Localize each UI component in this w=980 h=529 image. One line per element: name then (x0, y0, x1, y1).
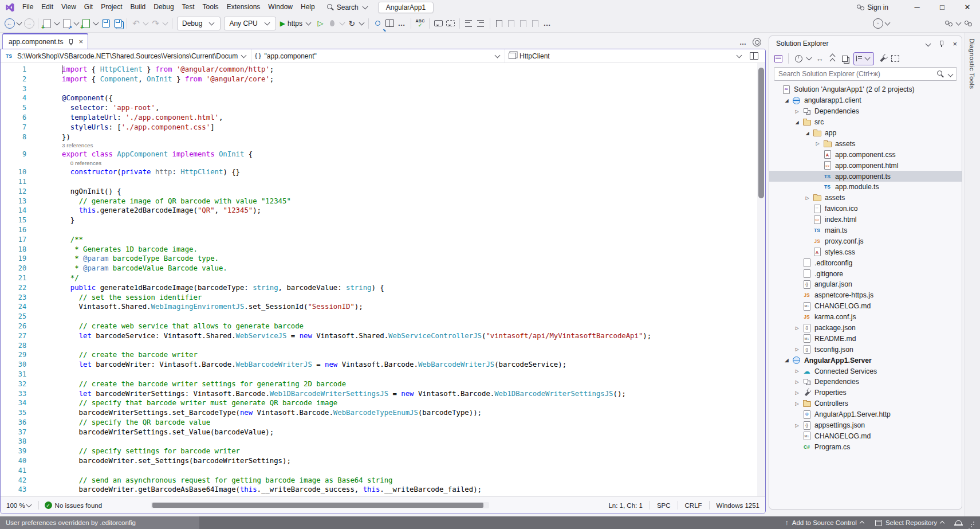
code-line-3[interactable]: 3 (1, 84, 765, 94)
redo-button[interactable]: ↷ (149, 17, 162, 30)
menu-item-test[interactable]: Test (178, 0, 199, 14)
menu-item-help[interactable]: Help (297, 0, 319, 14)
scrollbar-thumb[interactable] (152, 503, 483, 508)
menu-item-edit[interactable]: Edit (37, 0, 57, 14)
tree-item-controllers[interactable]: ▷Controllers (769, 398, 962, 409)
code-line-19[interactable]: 19 * @param barcodeType Barcode type. (1, 254, 765, 264)
code-line-37[interactable]: 37 barcodeWriterSettings.set_Value(barco… (1, 428, 765, 437)
code-line-36[interactable]: 36 // specify the QR barcode value (1, 418, 765, 428)
gear-icon[interactable] (753, 38, 761, 46)
browser-link-button[interactable]: ◦ (872, 17, 884, 30)
start-debugging-button[interactable]: ▶ https (278, 19, 314, 28)
file-nesting-toggle[interactable] (853, 52, 874, 65)
decrease-indent-button[interactable] (463, 17, 475, 30)
code-line-39[interactable]: 39 // specify settings for barcode write… (1, 446, 765, 456)
tree-item-favicon-ico[interactable]: favicon.ico (769, 203, 962, 214)
tree-item-tsconfig-json[interactable]: ▷tsconfig.json (769, 344, 962, 355)
pin-icon[interactable] (938, 40, 944, 47)
code-line-14[interactable]: 14 this.generate2dBarcodeImage("QR", "12… (1, 206, 765, 215)
collapse-all-button[interactable] (826, 53, 838, 64)
close-button[interactable]: ✕ (955, 0, 980, 14)
restart-button[interactable]: ↻ (346, 17, 358, 30)
code-line-42[interactable]: 42 // send an asynchronous request for g… (1, 476, 765, 485)
tab-diagnostic-tools[interactable]: Diagnostic Tools (969, 33, 975, 89)
live-preview-button[interactable] (384, 17, 396, 30)
title-search[interactable]: Search (327, 3, 369, 11)
pending-changes-filter-button[interactable] (793, 53, 804, 64)
find-in-files-button[interactable] (372, 17, 384, 30)
code-line-28[interactable]: 28 (1, 341, 765, 351)
code-line-18[interactable]: 18 * Generates 1D barcode image. (1, 245, 765, 254)
menu-item-build[interactable]: Build (127, 0, 150, 14)
tree-item-angular-json[interactable]: angular.json (769, 279, 962, 290)
new-file-button[interactable]: + (41, 17, 53, 30)
code-line-24[interactable]: 24 Vintasoft.Shared.WebImagingEnviroment… (1, 302, 765, 312)
clear-bookmarks-button[interactable] (529, 17, 541, 30)
undo-button[interactable]: ↶ (130, 17, 142, 30)
uncomment-button[interactable] (444, 17, 456, 30)
code-line-21[interactable]: 21 */ (1, 273, 765, 283)
scrollbar-thumb[interactable] (758, 68, 764, 198)
save-button[interactable] (100, 17, 112, 30)
menu-item-project[interactable]: Project (97, 0, 126, 14)
expand-icon[interactable]: ▷ (802, 195, 812, 201)
code-line-15[interactable]: 15 } (1, 215, 765, 225)
solution-platform-dropdown[interactable]: Any CPU (224, 17, 275, 30)
tree-item-assets[interactable]: ▷assets (769, 193, 962, 203)
tree-item-angularapp1-client[interactable]: ◢angularapp1.client (769, 95, 962, 106)
tree-item--editorconfig[interactable]: .editorconfig (769, 257, 962, 268)
sign-in-button[interactable]: Sign in (857, 3, 888, 11)
tree-item-properties[interactable]: ▷Properties (769, 387, 962, 398)
add-item-button[interactable]: + (80, 17, 92, 30)
code-line-11[interactable]: 11 (1, 177, 765, 187)
editor-overflow-button[interactable]: … (739, 38, 747, 46)
code-line-25[interactable]: 25 (1, 312, 765, 322)
previous-bookmark-button[interactable] (505, 17, 517, 30)
sync-with-active-document-button[interactable]: ↔ (814, 53, 825, 64)
collapse-icon[interactable]: ◢ (792, 120, 802, 125)
issues-status[interactable]: No issues found (55, 502, 102, 509)
chevron-down-icon[interactable] (74, 19, 80, 25)
code-line-41[interactable]: 41 (1, 466, 765, 476)
tree-item-assets[interactable]: ▷assets (769, 138, 962, 149)
chevron-down-icon[interactable] (956, 19, 962, 25)
menu-item-window[interactable]: Window (264, 0, 297, 14)
tree-item-package-json[interactable]: ▷package.json (769, 323, 962, 334)
tree-item-src[interactable]: ◢src (769, 117, 962, 128)
code-line-16[interactable]: 16 (1, 225, 765, 235)
code-line-22[interactable]: 22 public generate1dBarcodeImage(barcode… (1, 283, 765, 293)
chevron-down-icon[interactable] (54, 19, 60, 25)
navigate-back-button[interactable]: ← (3, 17, 15, 30)
line-ending[interactable]: CRLF (685, 502, 702, 509)
code-line-33[interactable]: 33 let barcodeWriterSettings: Vintasoft.… (1, 389, 765, 399)
codelens-references[interactable]: 3 references (1, 142, 765, 150)
tree-item-solution-angularapp1-2-of-2-projects-[interactable]: Solution 'AngularApp1' (2 of 2 projects) (769, 84, 962, 95)
live-share-button[interactable] (943, 17, 955, 30)
tree-item-app-component-html[interactable]: app.component.html (769, 160, 962, 171)
save-all-button[interactable] (112, 17, 124, 30)
code-editor[interactable]: 1import { HttpClient } from '@angular/co… (1, 63, 765, 496)
encoding[interactable]: Windows 1251 (717, 502, 759, 509)
next-bookmark-button[interactable] (517, 17, 529, 30)
expand-icon[interactable]: ▷ (792, 401, 802, 406)
breadcrumb-type-dropdown[interactable]: { } "app.component" (251, 49, 505, 62)
chevron-down-icon[interactable] (948, 71, 954, 77)
chevron-down-icon[interactable] (17, 19, 22, 25)
menu-item-debug[interactable]: Debug (149, 0, 178, 14)
code-line-20[interactable]: 20 * @param barcodeValue Barcode value. (1, 264, 765, 273)
select-repository-button[interactable]: Select Repository (872, 519, 947, 526)
menu-item-view[interactable]: View (57, 0, 80, 14)
expand-icon[interactable]: ▷ (792, 390, 802, 395)
collapse-icon[interactable]: ◢ (802, 131, 812, 136)
tree-item--gitignore[interactable]: .gitignore (769, 268, 962, 279)
code-line-26[interactable]: 26 // create web service that allows to … (1, 322, 765, 331)
vertical-scrollbar[interactable] (757, 63, 765, 496)
code-line-12[interactable]: 12 ngOnInit() { (1, 187, 765, 197)
collapse-icon[interactable]: ◢ (782, 98, 792, 103)
expand-icon[interactable]: ▷ (792, 369, 802, 374)
tree-item-proxy-conf-js[interactable]: proxy.conf.js (769, 236, 962, 246)
tree-item-angularapp1-server-http[interactable]: AngularApp1.Server.http (769, 409, 962, 420)
close-icon[interactable]: × (953, 40, 957, 48)
toggle-bookmark-button[interactable] (493, 17, 505, 30)
show-all-files-button[interactable] (839, 53, 851, 64)
